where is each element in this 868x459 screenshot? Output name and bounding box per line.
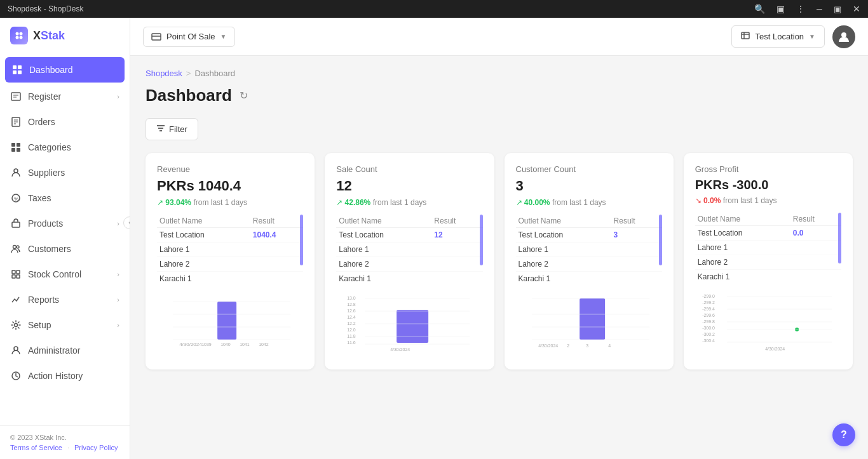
sale-count-trend: ↗ 42.86% from last 1 days: [336, 198, 482, 207]
location-button[interactable]: Test Location ▼: [731, 25, 825, 48]
revenue-chart-svg: 4/30/2024 1039 1040 1041 1042: [157, 292, 303, 349]
svg-point-24: [17, 246, 19, 248]
privacy-link[interactable]: Privacy Policy: [74, 444, 118, 451]
svg-text:1039: 1039: [201, 342, 212, 347]
customer-count-trend-text: from last 1 days: [552, 198, 606, 207]
table-row: Karachi 1: [516, 272, 662, 286]
browser-maximize-icon[interactable]: ▣: [834, 4, 841, 14]
svg-rect-15: [11, 143, 15, 147]
svg-text:2: 2: [567, 343, 569, 348]
sidebar-logo: XStak: [0, 18, 130, 53]
browser-extensions-icon[interactable]: ▣: [776, 4, 785, 14]
footer-copyright: © 2023 XStak Inc.: [10, 434, 119, 441]
sidebar-item-customers[interactable]: Customers: [0, 236, 130, 262]
sidebar-item-label: Customers: [28, 244, 119, 254]
sidebar-item-suppliers[interactable]: Suppliers: [0, 160, 130, 185]
svg-rect-25: [12, 270, 15, 274]
revenue-value: PKRs 1040.4: [157, 178, 303, 194]
svg-text:11.6: 11.6: [347, 340, 356, 345]
breadcrumb-root[interactable]: Shopdesk: [146, 69, 182, 78]
table-row: Lahore 2: [336, 257, 482, 272]
svg-rect-6: [13, 70, 17, 74]
svg-rect-18: [17, 148, 20, 152]
pos-label: Point Of Sale: [166, 32, 215, 41]
browser-menu-icon[interactable]: ⋮: [796, 4, 805, 14]
help-button[interactable]: ?: [832, 423, 855, 446]
browser-title: Shopdesk - ShopDesk: [8, 4, 83, 13]
sidebar-item-action-history[interactable]: Action History: [0, 363, 130, 389]
table-row: Test Location12: [336, 228, 482, 243]
svg-rect-28: [17, 275, 20, 278]
svg-text:1040: 1040: [220, 342, 231, 347]
svg-point-0: [16, 32, 19, 36]
svg-text:12.2: 12.2: [347, 321, 356, 326]
sale-count-trend-pct: 42.86%: [345, 198, 371, 207]
svg-text:1041: 1041: [240, 342, 250, 347]
revenue-card: Revenue PKRs 1040.4 ↗ 93.04% from last 1…: [146, 153, 315, 369]
revenue-table: Outlet Name Result Test Location1040.4 L…: [157, 215, 303, 286]
browser-minimize-icon[interactable]: –: [817, 3, 822, 15]
customer-count-card: Customer Count 3 ↗ 40.00% from last 1 da…: [505, 153, 674, 369]
pos-icon: [151, 32, 161, 42]
scroll-indicator: [480, 215, 483, 265]
browser-search-icon[interactable]: 🔍: [754, 4, 765, 14]
svg-text:3: 3: [586, 343, 588, 348]
sidebar-item-label: Dashboard: [29, 65, 73, 75]
sidebar-item-register[interactable]: Register ›: [0, 84, 130, 109]
categories-icon: [10, 142, 22, 153]
sidebar-item-products[interactable]: Products ›: [0, 211, 130, 236]
sidebar-item-orders[interactable]: Orders: [0, 109, 130, 135]
sidebar-item-label: Suppliers: [28, 168, 119, 178]
sidebar-item-setup[interactable]: Setup ›: [0, 312, 130, 338]
gross-profit-trend-text: from last 1 days: [723, 196, 777, 205]
svg-point-37: [841, 32, 846, 37]
svg-point-19: [14, 169, 18, 173]
terms-link[interactable]: Terms of Service: [10, 444, 62, 451]
svg-text:-299.0: -299.0: [702, 294, 715, 298]
user-avatar[interactable]: [832, 25, 855, 48]
table-row: Lahore 2: [157, 257, 303, 272]
gross-profit-table: Outlet Name Result Test Location0.0 Laho…: [695, 213, 841, 284]
location-icon: [741, 31, 750, 42]
customers-icon: [10, 243, 22, 255]
products-icon: [10, 218, 22, 229]
sale-count-title: Sale Count: [336, 164, 482, 174]
refresh-button[interactable]: ↻: [240, 90, 248, 102]
pos-button[interactable]: Point Of Sale ▼: [143, 27, 235, 47]
browser-close-icon[interactable]: ✕: [853, 4, 860, 14]
sidebar-item-stock-control[interactable]: Stock Control ›: [0, 262, 130, 287]
sidebar-item-categories[interactable]: Categories: [0, 135, 130, 160]
help-label: ?: [841, 429, 847, 441]
sale-count-chart-svg: 13.0 12.8 12.6 12.4 12.2 12.0 11.8 11.6: [336, 292, 482, 356]
sidebar-item-label: Categories: [28, 142, 119, 152]
administrator-icon: [10, 345, 22, 356]
breadcrumb: Shopdesk > Dashboard: [146, 69, 853, 78]
sidebar-toggle[interactable]: ‹: [123, 216, 130, 229]
customer-count-chart-svg: 4/30/2024 2 3 4: [516, 292, 662, 349]
sidebar-item-dashboard[interactable]: Dashboard: [5, 57, 125, 83]
svg-rect-32: [152, 34, 161, 40]
customer-count-trend-pct: 40.00%: [524, 198, 550, 207]
stock-control-icon: [10, 269, 22, 280]
location-chevron-icon: ▼: [809, 33, 815, 40]
svg-text:4/30/2024: 4/30/2024: [765, 347, 785, 351]
sidebar-item-label: Orders: [28, 117, 119, 127]
svg-rect-26: [17, 270, 20, 274]
svg-rect-22: [12, 222, 20, 227]
sidebar-item-administrator[interactable]: Administrator: [0, 338, 130, 363]
suppliers-icon: [10, 167, 22, 178]
sidebar-item-reports[interactable]: Reports ›: [0, 287, 130, 312]
trend-down-icon: ↘: [695, 196, 702, 205]
svg-text:-300.2: -300.2: [702, 332, 715, 336]
svg-rect-4: [13, 65, 17, 69]
setup-icon: [10, 319, 22, 331]
filter-button[interactable]: Filter: [146, 118, 198, 140]
sidebar-item-taxes[interactable]: % Taxes: [0, 185, 130, 211]
scroll-indicator: [300, 215, 303, 265]
svg-text:%: %: [14, 196, 18, 202]
sidebar-footer: © 2023 XStak Inc. Terms of Service · Pri…: [0, 425, 130, 459]
customer-count-chart: 4/30/2024 2 3 4: [516, 292, 662, 352]
svg-rect-66: [580, 298, 605, 340]
svg-text:12.6: 12.6: [347, 309, 356, 313]
svg-rect-41: [217, 302, 236, 340]
